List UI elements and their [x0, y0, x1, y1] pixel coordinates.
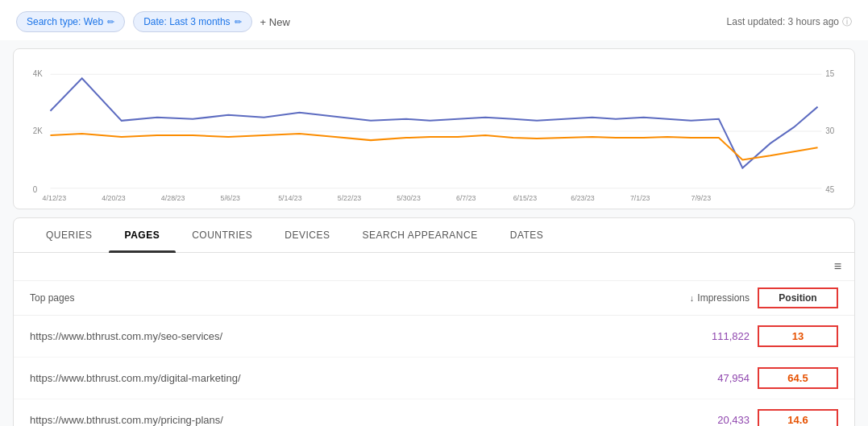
row-position: 14.6: [758, 409, 838, 426]
svg-text:4/12/23: 4/12/23: [43, 194, 66, 201]
tab-search-appearance[interactable]: SEARCH APPEARANCE: [347, 218, 494, 252]
tab-devices[interactable]: DEVICES: [268, 218, 346, 252]
table-header-row: ≡: [14, 253, 854, 281]
row-impressions: 20,433: [637, 414, 750, 426]
sort-arrow-icon: ↓: [690, 293, 695, 303]
last-updated: Last updated: 3 hours ago ⓘ: [727, 15, 852, 29]
tab-dates[interactable]: DATES: [494, 218, 560, 252]
tabs-container: QUERIES PAGES COUNTRIES DEVICES SEARCH A…: [13, 217, 855, 426]
date-label: Date: Last 3 months: [143, 16, 230, 27]
tab-countries[interactable]: COUNTRIES: [176, 218, 268, 252]
col-pages-header: Top pages: [30, 292, 637, 304]
svg-text:4K: 4K: [33, 69, 43, 78]
row-url[interactable]: https://www.bthrust.com.my/seo-services/: [30, 330, 637, 342]
filter-icon[interactable]: ≡: [834, 259, 841, 274]
info-icon[interactable]: ⓘ: [842, 15, 852, 29]
svg-text:7/1/23: 7/1/23: [630, 194, 650, 201]
svg-text:0: 0: [33, 185, 38, 194]
chart-svg: 4K 2K 0 15 30 45 4/12/23 4/20/23 4/28/23…: [27, 62, 841, 201]
svg-text:45: 45: [825, 185, 834, 194]
table-row: https://www.bthrust.com.my/seo-services/…: [14, 316, 854, 358]
svg-text:5/14/23: 5/14/23: [278, 194, 301, 201]
svg-text:6/7/23: 6/7/23: [456, 194, 476, 201]
edit-icon-2: ✏: [235, 17, 242, 27]
svg-text:30: 30: [825, 126, 834, 135]
svg-text:15: 15: [825, 69, 834, 78]
svg-text:2K: 2K: [33, 126, 43, 135]
col-impressions-header: ↓ Impressions: [637, 292, 750, 304]
row-url[interactable]: https://www.bthrust.com.my/pricing-plans…: [30, 414, 637, 426]
edit-icon: ✏: [107, 17, 114, 27]
row-position: 13: [758, 325, 838, 347]
svg-text:6/15/23: 6/15/23: [513, 194, 537, 201]
svg-text:5/30/23: 5/30/23: [397, 194, 420, 201]
svg-text:5/22/23: 5/22/23: [338, 194, 361, 201]
tab-pages[interactable]: PAGES: [109, 218, 177, 252]
table-row: https://www.bthrust.com.my/pricing-plans…: [14, 399, 854, 426]
row-url[interactable]: https://www.bthrust.com.my/digital-marke…: [30, 372, 637, 384]
filters-row: Search type: Web ✏ Date: Last 3 months ✏…: [16, 11, 290, 32]
search-type-label: Search type: Web: [27, 16, 103, 27]
svg-text:4/20/23: 4/20/23: [102, 194, 125, 201]
date-filter[interactable]: Date: Last 3 months ✏: [133, 11, 251, 32]
table-column-headers: Top pages ↓ Impressions Position: [14, 281, 854, 316]
row-position: 64.5: [758, 367, 838, 389]
tabs-row: QUERIES PAGES COUNTRIES DEVICES SEARCH A…: [14, 218, 854, 253]
svg-text:7/9/23: 7/9/23: [691, 194, 712, 201]
new-button[interactable]: + New: [260, 16, 290, 28]
new-label: + New: [260, 16, 290, 28]
col-position-header: Position: [758, 287, 838, 308]
top-bar: Search type: Web ✏ Date: Last 3 months ✏…: [0, 0, 868, 40]
row-impressions: 47,954: [637, 372, 750, 384]
svg-text:6/23/23: 6/23/23: [571, 194, 594, 201]
tab-queries[interactable]: QUERIES: [30, 218, 109, 252]
svg-text:5/6/23: 5/6/23: [220, 194, 240, 201]
last-updated-text: Last updated: 3 hours ago: [727, 16, 839, 27]
performance-chart: 4K 2K 0 15 30 45 4/12/23 4/20/23 4/28/23…: [13, 48, 855, 209]
table-row: https://www.bthrust.com.my/digital-marke…: [14, 358, 854, 399]
search-type-filter[interactable]: Search type: Web ✏: [16, 11, 125, 32]
svg-text:4/28/23: 4/28/23: [161, 194, 185, 201]
row-impressions: 111,822: [637, 330, 750, 342]
